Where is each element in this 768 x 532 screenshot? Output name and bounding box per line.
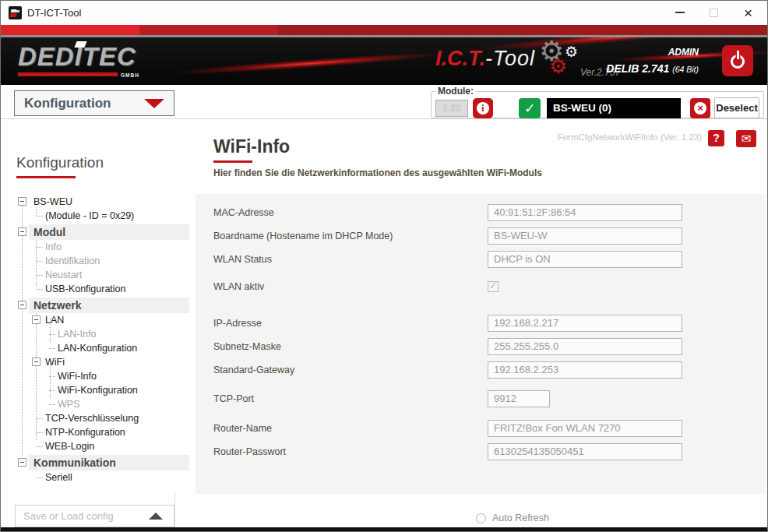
tree-item-label: WEB-Login (45, 441, 94, 452)
logo-red-bar (18, 72, 118, 76)
delib-version: DELIB 2.741 (64 Bit) (606, 62, 699, 75)
field-label: Standard-Gateway (213, 365, 488, 375)
info-icon: i (477, 102, 489, 115)
collapse-icon[interactable] (32, 315, 41, 324)
input-subnetz-maske[interactable]: 255.255.255.0 (488, 338, 682, 355)
toolbar: Konfiguration Module: 1.20 i ✓ BS-WEU (0… (1, 85, 767, 119)
tree-item-wifi-konfiguration[interactable]: WiFi-Konfiguration (1, 383, 196, 397)
red-accent-strip (1, 25, 767, 35)
user-role-label: ADMIN (668, 47, 699, 58)
form-row-router-passwort: Router-Passwort6130254135050451 (213, 443, 766, 460)
collapse-icon[interactable] (18, 458, 26, 467)
power-button[interactable] (722, 45, 753, 76)
close-button[interactable]: × (731, 1, 766, 24)
deselect-button[interactable]: Deselect (714, 97, 759, 118)
window-title: DT-ICT-Tool (27, 7, 81, 19)
auto-refresh-radio[interactable] (476, 513, 486, 523)
minimize-button[interactable] (662, 1, 697, 24)
app-icon (9, 6, 22, 19)
field-label: Router-Name (213, 423, 488, 434)
tree-item-label: WiFi (45, 357, 65, 368)
maximize-button[interactable] (696, 1, 731, 24)
input-mac-adresse[interactable]: 40:91:51:2F:86:54 (488, 204, 682, 221)
form-version-label: FormCfgNetworkWiFiInfo (Ver. 1.23) (499, 132, 702, 142)
input-boardname-hostename-im-dhcp-mode[interactable]: BS-WEU-W (488, 227, 682, 245)
app-name-tool: -Tool (485, 47, 535, 70)
checkmark-icon: ✓ (524, 100, 535, 116)
form-row-wlan-status: WLAN StatusDHCP is ON (213, 251, 766, 268)
deditec-logo: DEDITEC GMBH (18, 44, 136, 69)
tree-item-label: (Module - ID = 0x29) (45, 210, 134, 221)
form-row-mac-adresse: MAC-Adresse40:91:51:2F:86:54 (213, 204, 766, 221)
tree-item-label: Identifikation (45, 255, 100, 266)
tree-item-label: WPS (58, 399, 79, 410)
field-label: Subnetz-Maske (213, 341, 488, 352)
tree-item-lan[interactable]: LAN (1, 313, 196, 327)
tree-item-label: WiFi-Konfiguration (58, 385, 138, 396)
field-label: WLAN Status (213, 254, 488, 265)
tree-item-info[interactable]: Info (1, 240, 196, 254)
app-window: DT-ICT-Tool × DEDITEC GMBH I.C.T.-Tool ⚙… (0, 0, 768, 532)
tree-item-neustart[interactable]: Neustart (1, 268, 196, 282)
sidebar: Konfiguration BS-WEU(Module - ID = 0x29)… (1, 119, 196, 527)
input-tcp-port[interactable]: 9912 (488, 390, 550, 407)
tree-item-wifi[interactable]: WiFi (1, 355, 196, 369)
sidebar-heading-underline (16, 176, 76, 178)
tree-item-label: LAN-Konfiguration (58, 343, 137, 354)
tree-item-bs-weu[interactable]: BS-WEU (1, 195, 196, 209)
input-router-name[interactable]: FRITZ!Box Fon WLAN 7270 (488, 420, 682, 437)
deselect-icon-button[interactable]: × (690, 98, 710, 118)
tree-item-lan-info[interactable]: LAN-Info (1, 327, 196, 341)
gear-icon: ⚙ (549, 56, 567, 76)
red-streak-decoration (176, 50, 445, 77)
field-label: TCP-Port (213, 393, 488, 404)
module-info-button[interactable]: i (473, 98, 493, 118)
mail-button[interactable]: ✉ (736, 130, 756, 147)
tree-item-module-id-0x29[interactable]: (Module - ID = 0x29) (1, 209, 196, 223)
tree-item-label: Modul (33, 226, 65, 238)
page-subtitle: Hier finden Sie die Netzwerkinformatione… (213, 167, 542, 178)
cancel-icon: × (694, 102, 706, 115)
logo-gmbh-text: GMBH (121, 72, 139, 78)
collapse-icon[interactable] (18, 227, 26, 236)
config-tree: BS-WEU(Module - ID = 0x29)ModulInfoIdent… (1, 195, 196, 484)
field-label: WLAN aktiv (213, 281, 488, 292)
tree-item-usb-konfiguration[interactable]: USB-Konfiguration (1, 282, 196, 296)
collapse-icon[interactable] (18, 197, 26, 206)
page-title-underline (213, 160, 252, 163)
tree-item-identifikation[interactable]: Identifikation (1, 254, 196, 268)
tree-item-web-login[interactable]: WEB-Login (1, 439, 196, 453)
input-router-passwort[interactable]: 6130254135050451 (488, 443, 682, 460)
tree-item-wifi-info[interactable]: WiFi-Info (1, 369, 196, 383)
form-row-ip-adresse: IP-Adresse192.168.2.217 (213, 315, 766, 332)
sidebar-divider (174, 491, 175, 527)
module-connected-button[interactable]: ✓ (519, 98, 541, 118)
tree-item-lan-konfiguration[interactable]: LAN-Konfiguration (1, 341, 196, 355)
tree-item-wps[interactable]: WPS (1, 397, 196, 411)
tree-item-seriell[interactable]: Seriell (1, 470, 196, 484)
save-load-config-box[interactable]: Save or Load config (15, 505, 174, 527)
help-button[interactable]: ? (708, 130, 724, 146)
tree-item-netzwerk[interactable]: Netzwerk (1, 298, 196, 313)
selected-module-display[interactable]: BS-WEU (0) (547, 98, 681, 118)
tree-item-kommunikation[interactable]: Kommunikation (1, 455, 196, 470)
tree-item-label: Info (45, 241, 62, 252)
form-row-wlan-aktiv: WLAN aktiv✓ (213, 281, 766, 292)
chevron-down-icon (144, 99, 164, 108)
page-title: WiFi-Info (213, 136, 290, 157)
konfiguration-dropdown[interactable]: Konfiguration (14, 90, 174, 116)
input-ip-adresse[interactable]: 192.168.2.217 (488, 315, 682, 332)
input-standard-gateway[interactable]: 192.168.2.253 (488, 361, 682, 379)
checkbox-wlan-aktiv[interactable]: ✓ (488, 281, 498, 292)
tree-item-label: WiFi-Info (58, 371, 97, 382)
collapse-icon[interactable] (32, 358, 41, 366)
tree-item-ntp-konfiguration[interactable]: NTP-Konfiguration (1, 425, 196, 439)
input-wlan-status[interactable]: DHCP is ON (488, 251, 682, 268)
main-content: WiFi-Info Hier finden Sie die Netzwerkin… (196, 119, 768, 527)
tree-item-tcp-verschl-sselung[interactable]: TCP-Verschlüsselung (1, 411, 196, 425)
app-name: I.C.T.-Tool (435, 47, 535, 71)
tree-item-modul[interactable]: Modul (1, 224, 196, 240)
checkmark-icon: ✓ (489, 280, 498, 291)
field-label: MAC-Adresse (213, 207, 488, 218)
collapse-icon[interactable] (18, 301, 26, 309)
